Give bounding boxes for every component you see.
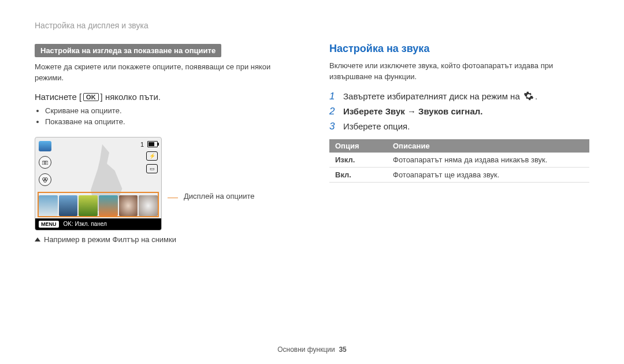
battery-icon <box>147 141 158 147</box>
filter-thumb <box>139 195 158 216</box>
table-header: Опция <box>329 139 387 153</box>
effects-glyph-icon <box>42 177 48 183</box>
left-intro: Можете да скриете или покажете опциите, … <box>35 62 295 84</box>
flash-off-icon: ⚡ <box>146 151 158 161</box>
display-right-icons: 1 ⚡ ▭ <box>140 141 158 173</box>
display-left-icons <box>39 141 51 186</box>
triangle-up-icon <box>35 237 40 242</box>
step-number: 2 <box>329 106 337 117</box>
filter-thumb <box>59 195 78 216</box>
press-prefix: Натиснете [ <box>35 92 81 102</box>
options-table: Опция Описание Изкл. Фотоапаратът няма д… <box>329 139 589 183</box>
filter-thumb <box>99 195 118 216</box>
sound-steps: 1 Завъртете избирателният диск на режим … <box>329 91 589 132</box>
table-row: Вкл. Фотоапаратът ще издава звук. <box>329 167 589 182</box>
step: 3 Изберете опция. <box>329 121 589 132</box>
display-bottom-bar: MENU OK: Изкл. панел <box>35 218 161 230</box>
step-text-inner: Завъртете избирателният диск на режим на <box>343 91 522 101</box>
two-column-layout: Настройка на изгледа за показване на опц… <box>35 44 589 244</box>
desc-cell: Фотоапаратът няма да издава никакъв звук… <box>387 153 589 168</box>
gear-icon <box>523 91 534 101</box>
option-cell: Вкл. <box>329 167 387 182</box>
camera-display-preview: 1 ⚡ ▭ <box>35 137 162 231</box>
menu-button-label: MENU <box>39 221 59 228</box>
page-number: 35 <box>339 346 346 354</box>
hide-show-bullets: Скриване на опциите. Показване на опциит… <box>35 105 295 128</box>
left-subheading-bar: Настройка на изгледа за показване на опц… <box>35 44 221 57</box>
bullet: Показване на опциите. <box>45 116 295 128</box>
step-text: Изберете опция. <box>343 121 410 131</box>
step-suffix: . <box>535 91 537 101</box>
display-caption: Например в режим Филтър на снимки <box>35 235 295 244</box>
table-header-row: Опция Описание <box>329 139 589 153</box>
count-badge: 1 <box>140 141 144 148</box>
bottom-bar-text: OK: Изкл. панел <box>64 221 107 227</box>
ok-key-icon: OK <box>83 93 99 101</box>
left-column: Настройка на изгледа за показване на опц… <box>35 44 295 244</box>
step: 1 Завъртете избирателният диск на режим … <box>329 91 589 102</box>
table-header: Описание <box>387 139 589 153</box>
footer-text: Основни функции <box>277 346 335 354</box>
desc-cell: Фотоапаратът ще издава звук. <box>387 167 589 182</box>
leader-line <box>168 198 178 198</box>
press-suffix: ] няколко пъти. <box>101 92 161 102</box>
sound-intro: Включете или изключете звука, който фото… <box>329 61 589 83</box>
press-instruction: Натиснете [OK] няколко пъти. <box>35 92 295 102</box>
caption-text: Например в режим Филтър на снимки <box>44 235 176 244</box>
option-cell: Изкл. <box>329 153 387 168</box>
step-number: 1 <box>329 91 337 102</box>
table-row: Изкл. Фотоапаратът няма да издава никакъ… <box>329 153 589 168</box>
running-header: Настройка на дисплея и звука <box>35 21 589 30</box>
svg-point-1 <box>44 162 46 164</box>
camera-icon <box>39 156 51 169</box>
effects-icon <box>39 173 51 186</box>
filter-thumb <box>119 195 138 216</box>
display-with-leader: 1 ⚡ ▭ <box>35 137 295 231</box>
footer: Основни функции 35 <box>0 346 624 354</box>
leader-label: Дисплей на опциите <box>184 192 255 200</box>
sound-heading: Настройка на звука <box>329 43 589 55</box>
page: Настройка на дисплея и звука Настройка н… <box>0 0 624 364</box>
right-column: Настройка на звука Включете или изключет… <box>329 44 589 244</box>
step: 2 Изберете Звук → Звуков сигнал. <box>329 106 589 117</box>
step-number: 3 <box>329 121 337 132</box>
image-size-icon: ▭ <box>146 164 158 173</box>
scene-icon <box>39 141 51 151</box>
step-text: Изберете Звук → Звуков сигнал. <box>343 106 482 116</box>
step-text: Завъртете избирателният диск на режим на… <box>343 91 537 101</box>
filter-thumb <box>39 195 58 216</box>
bullet: Скриване на опциите. <box>45 105 295 117</box>
camera-glyph-icon <box>42 160 48 165</box>
filter-thumbnails-strip <box>39 195 158 216</box>
filter-thumb <box>79 195 98 216</box>
